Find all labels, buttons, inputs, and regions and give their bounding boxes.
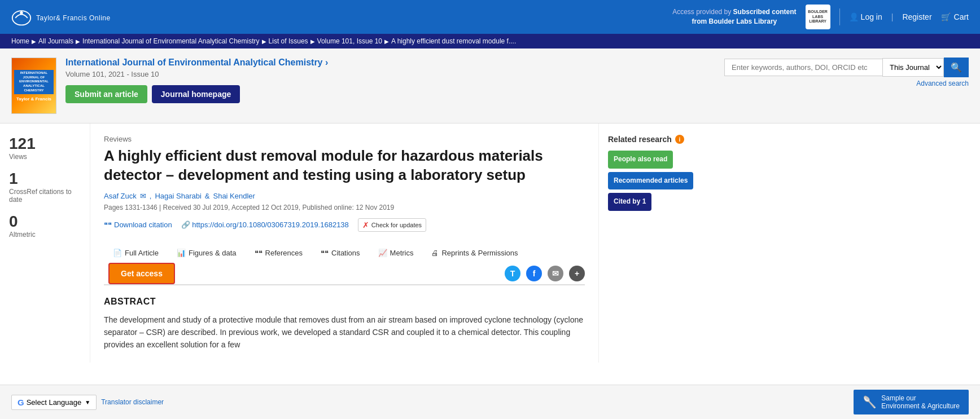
abstract-text: The development and study of a protectiv…: [104, 314, 585, 351]
divider: [839, 8, 840, 25]
breadcrumb-home[interactable]: Home: [11, 37, 29, 45]
journal-title: International Journal of Environmental A…: [65, 58, 323, 67]
tab-citations[interactable]: ❝❝ Citations: [312, 243, 369, 264]
boulder-badge: BOULDER LABS LIBRARY: [806, 5, 830, 29]
crossref-label: CrossRef citations to date: [9, 188, 81, 204]
tab-full-article[interactable]: 📄 Full Article: [104, 243, 168, 264]
author-email-icon[interactable]: ✉: [140, 192, 146, 200]
journal-header: INTERNATIONALJOURNAL OFENVIRONMENTALANAL…: [0, 48, 980, 124]
top-divider-text: |: [891, 12, 894, 21]
author-link-2[interactable]: Hagai Sharabi: [155, 192, 201, 200]
download-citation-link[interactable]: ❝❝ Download citation: [104, 220, 172, 229]
article-area: 121 Views 1 CrossRef citations to date 0…: [0, 124, 980, 363]
tab-references[interactable]: ❝❝ References: [246, 243, 312, 264]
top-right-area: Access provided by Subscribed content fr…: [672, 5, 969, 29]
facebook-icon[interactable]: f: [526, 266, 542, 281]
bc-arrow-4: ▶: [310, 38, 315, 45]
full-article-icon: 📄: [113, 249, 122, 257]
logo-subtext: & Francis Online: [56, 14, 111, 22]
search-area: This Journal All Journals 🔍 Advanced sea…: [724, 58, 969, 87]
views-label: Views: [9, 153, 81, 161]
article-actions: ❝❝ Download citation 🔗 https://doi.org/1…: [104, 218, 585, 232]
article-published: Published online: 12 Nov 2019: [302, 204, 394, 211]
article-accepted: Accepted 12 Oct 2019: [231, 204, 299, 211]
tab-figures-data[interactable]: 📊 Figures & data: [168, 243, 246, 264]
breadcrumb-article: A highly efficient dust removal module f…: [391, 37, 516, 45]
cited-by-button[interactable]: Cited by 1: [608, 193, 651, 211]
article-pages: Pages 1331-1346: [104, 204, 158, 211]
stat-views: 121 Views: [9, 135, 81, 161]
tab-navigation: 📄 Full Article 📊 Figures & data ❝❝ Refer…: [104, 243, 585, 285]
login-button[interactable]: 👤 Log in: [849, 12, 882, 21]
author-link-3[interactable]: Shai Kendler: [213, 192, 255, 200]
abstract-text-content: The development and study of a protectiv…: [104, 315, 583, 350]
article-authors: Asaf Zuck ✉ , Hagai Sharabi & Shai Kendl…: [104, 192, 585, 200]
article-title: A highly efficient dust removal module f…: [104, 147, 585, 185]
tab-reprints[interactable]: 🖨 Reprints & Permissions: [422, 243, 527, 264]
advanced-search-link[interactable]: Advanced search: [916, 80, 969, 87]
breadcrumb: Home ▶ All Journals ▶ International Jour…: [0, 34, 980, 48]
bc-arrow-5: ▶: [384, 38, 389, 45]
more-share-icon[interactable]: +: [569, 266, 585, 281]
top-navigation-bar: Taylor& Francis Online Access provided b…: [0, 0, 980, 34]
related-info-icon[interactable]: i: [675, 135, 684, 144]
citations-icon: ❝❝: [321, 249, 329, 257]
tab-metrics[interactable]: 📈 Metrics: [369, 243, 423, 264]
breadcrumb-all-journals[interactable]: All Journals: [38, 37, 73, 45]
social-icons: T f ✉ +: [505, 266, 585, 281]
access-info: Access provided by Subscribed content fr…: [672, 7, 796, 27]
figures-icon: 📊: [177, 249, 186, 257]
altmetric-label: Altmetric: [9, 231, 81, 239]
cart-button[interactable]: 🛒 Cart: [941, 12, 969, 21]
search-row: This Journal All Journals 🔍: [724, 58, 969, 77]
cover-subtitle: Taylor & Francis: [16, 96, 51, 102]
logo-area[interactable]: Taylor& Francis Online: [11, 7, 111, 27]
article-meta: Pages 1331-1346 | Received 30 Jul 2019, …: [104, 204, 585, 211]
stat-crossref: 1 CrossRef citations to date: [9, 170, 81, 204]
search-input[interactable]: [724, 59, 882, 76]
stat-altmetric: 0 Altmetric: [9, 213, 81, 239]
submit-article-button[interactable]: Submit an article: [65, 85, 147, 103]
bc-arrow-3: ▶: [262, 38, 266, 45]
journal-homepage-button[interactable]: Journal homepage: [152, 85, 240, 103]
search-icon: 🔍: [951, 63, 962, 72]
related-buttons: People also read Recommended articles Ci…: [608, 151, 714, 211]
people-also-read-button[interactable]: People also read: [608, 151, 673, 169]
email-share-icon[interactable]: ✉: [548, 266, 563, 281]
user-icon: 👤: [849, 12, 859, 21]
register-button[interactable]: Register: [902, 12, 931, 21]
boulder-badge-text: BOULDER LABS LIBRARY: [808, 10, 828, 24]
recommended-articles-button[interactable]: Recommended articles: [608, 172, 693, 190]
twitter-icon[interactable]: T: [505, 266, 520, 281]
left-sidebar: 121 Views 1 CrossRef citations to date 0…: [0, 124, 90, 363]
journal-volume: Volume 101, 2021 - Issue 10: [65, 70, 328, 78]
check-updates-badge[interactable]: ✗ Check for updates: [358, 218, 426, 232]
metrics-icon: 📈: [378, 249, 387, 257]
journal-title-link[interactable]: International Journal of Environmental A…: [65, 58, 328, 68]
doi-link[interactable]: 🔗 https://doi.org/10.1080/03067319.2019.…: [181, 220, 349, 229]
reprints-icon: 🖨: [431, 249, 439, 257]
author-link-1[interactable]: Asaf Zuck: [104, 192, 137, 200]
journal-cover: INTERNATIONALJOURNAL OFENVIRONMENTALANAL…: [11, 58, 56, 114]
login-label: Log in: [861, 12, 882, 21]
search-button[interactable]: 🔍: [944, 58, 969, 77]
crossmark-icon: ✗: [362, 220, 369, 230]
tf-logo-icon: [11, 7, 32, 27]
article-type: Reviews: [104, 135, 585, 143]
get-access-button[interactable]: Get access: [108, 263, 175, 284]
bc-arrow-1: ▶: [32, 38, 36, 45]
journal-cover-top: INTERNATIONALJOURNAL OFENVIRONMENTALANAL…: [14, 70, 54, 94]
abstract-title: ABSTRACT: [104, 297, 585, 307]
search-scope-select[interactable]: This Journal All Journals: [882, 58, 944, 77]
altmetric-count: 0: [9, 213, 81, 231]
breadcrumb-list-issues[interactable]: List of Issues: [269, 37, 308, 45]
cart-icon: 🛒: [941, 12, 951, 21]
crossref-count: 1: [9, 170, 81, 188]
journal-info: International Journal of Environmental A…: [65, 58, 328, 103]
cart-label: Cart: [954, 12, 969, 21]
doi-icon: 🔗: [181, 220, 190, 229]
breadcrumb-volume[interactable]: Volume 101, Issue 10: [317, 37, 382, 45]
breadcrumb-journal[interactable]: International Journal of Environmental A…: [82, 37, 260, 45]
citation-icon: ❝❝: [104, 220, 112, 229]
journal-left: INTERNATIONALJOURNAL OFENVIRONMENTALANAL…: [11, 58, 328, 114]
